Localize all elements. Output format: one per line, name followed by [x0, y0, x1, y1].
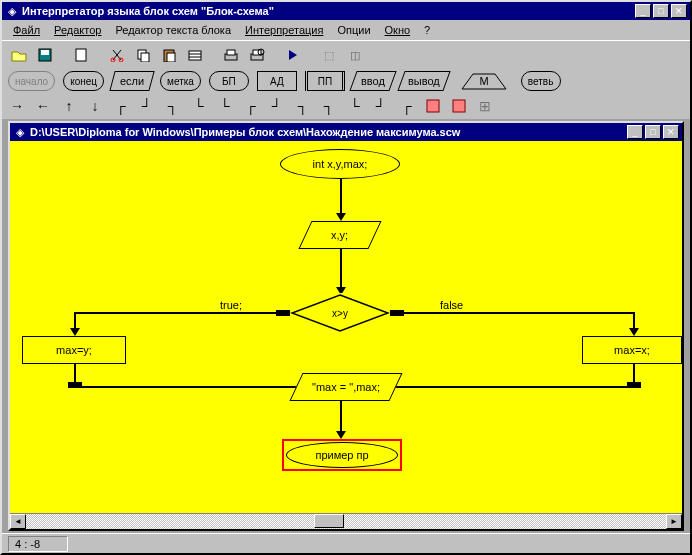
corner-ul-icon[interactable]: ┘	[268, 97, 286, 115]
svg-rect-19	[453, 100, 465, 112]
corner-ur-icon[interactable]: └	[216, 97, 234, 115]
node-input[interactable]: x,y;	[298, 221, 381, 249]
save-icon[interactable]	[34, 44, 56, 66]
label-false: false	[440, 299, 463, 311]
arrow-palette: → ← ↑ ↓ ┌ ┘ ┐ └ └ ┌ ┘ ┐ ┐ └ ┘ ┌ ⊞	[2, 93, 690, 119]
menu-help[interactable]: ?	[417, 21, 437, 39]
shape-label[interactable]: метка	[160, 71, 201, 91]
window-title: Интерпретатор языка блок схем "Блок-схем…	[22, 5, 635, 17]
svg-rect-13	[227, 50, 235, 55]
shape-pp[interactable]: ПП	[305, 71, 345, 91]
mdi-minimize-button[interactable]: _	[627, 125, 643, 139]
corner-rd-icon[interactable]: ┌	[242, 97, 260, 115]
tool-c-icon[interactable]: ⊞	[476, 97, 494, 115]
status-bar: 4 : -8	[2, 533, 690, 553]
mdi-close-button[interactable]: ✕	[663, 125, 679, 139]
minimize-button[interactable]: _	[635, 4, 651, 18]
corner-dr-icon[interactable]: ┌	[112, 97, 130, 115]
svg-rect-2	[76, 49, 86, 61]
svg-rect-8	[167, 53, 175, 62]
svg-rect-1	[41, 50, 49, 55]
properties-icon[interactable]	[184, 44, 206, 66]
main-window: ◈ Интерпретатор языка блок схем "Блок-сх…	[0, 0, 692, 555]
mdi-title: D:\USER\Diploma for Windows\Примеры блок…	[30, 126, 627, 138]
print-preview-icon[interactable]	[246, 44, 268, 66]
corner4-icon[interactable]: ┘	[372, 97, 390, 115]
paste-icon[interactable]	[158, 44, 180, 66]
node-decision[interactable]: x>y	[290, 293, 390, 333]
flowchart-canvas[interactable]: int x,y,max; x,y; x>y true;	[10, 141, 682, 513]
mdi-maximize-button[interactable]: □	[645, 125, 661, 139]
arrow-left-icon[interactable]: ←	[34, 97, 52, 115]
tool-b-icon[interactable]	[450, 97, 468, 115]
shape-if[interactable]: если	[109, 71, 154, 91]
shape-output[interactable]: вывод	[397, 71, 450, 91]
mdi-title-bar[interactable]: ◈ D:\USER\Diploma for Windows\Примеры бл…	[10, 123, 682, 141]
shape-branch[interactable]: ветвь	[521, 71, 561, 91]
open-icon[interactable]	[8, 44, 30, 66]
horizontal-scrollbar[interactable]: ◄ ►	[10, 513, 682, 529]
menu-block-text-editor[interactable]: Редактор текста блока	[108, 21, 238, 39]
menu-editor[interactable]: Редактор	[47, 21, 108, 39]
shape-input[interactable]: ввод	[349, 71, 396, 91]
mdi-icon: ◈	[13, 125, 27, 139]
corner-ld-icon[interactable]: ┐	[294, 97, 312, 115]
arrow-up-icon[interactable]: ↑	[60, 97, 78, 115]
node-process-right[interactable]: max=x;	[582, 336, 682, 364]
corner2-icon[interactable]: ┐	[320, 97, 338, 115]
menu-options[interactable]: Опции	[330, 21, 377, 39]
close-button[interactable]: ✕	[671, 4, 687, 18]
svg-text:М: М	[479, 75, 488, 87]
status-coords: 4 : -8	[8, 536, 68, 552]
corner-dl-icon[interactable]: ┐	[164, 97, 182, 115]
cut-icon[interactable]	[106, 44, 128, 66]
svg-rect-9	[189, 51, 201, 60]
new-icon[interactable]	[70, 44, 92, 66]
node-process-left[interactable]: max=y;	[22, 336, 126, 364]
node-start[interactable]: int x,y,max;	[280, 149, 400, 179]
menu-interpretation[interactable]: Интерпретация	[238, 21, 330, 39]
title-bar[interactable]: ◈ Интерпретатор языка блок схем "Блок-сх…	[2, 2, 690, 20]
scroll-track[interactable]	[26, 514, 666, 529]
shape-start[interactable]: начало	[8, 71, 55, 91]
menu-bar: Файл Редактор Редактор текста блока Инте…	[2, 20, 690, 40]
corner-ru-icon[interactable]: ┘	[138, 97, 156, 115]
copy-icon[interactable]	[132, 44, 154, 66]
svg-rect-6	[141, 53, 149, 62]
arrow-down-icon[interactable]: ↓	[86, 97, 104, 115]
mdi-client: ◈ D:\USER\Diploma for Windows\Примеры бл…	[2, 119, 690, 533]
tool-a-icon[interactable]	[424, 97, 442, 115]
shape-ad[interactable]: АД	[257, 71, 297, 91]
toolbar-main: ⬚ ◫	[2, 40, 690, 69]
svg-rect-18	[427, 100, 439, 112]
corner-lu-icon[interactable]: └	[190, 97, 208, 115]
node-end-highlighted[interactable]: пример пр	[282, 439, 402, 471]
shape-end[interactable]: конец	[63, 71, 104, 91]
menu-window[interactable]: Окно	[378, 21, 418, 39]
tool1-icon[interactable]: ⬚	[318, 44, 340, 66]
corner3-icon[interactable]: └	[346, 97, 364, 115]
mdi-child-window: ◈ D:\USER\Diploma for Windows\Примеры бл…	[8, 121, 684, 531]
corner5-icon[interactable]: ┌	[398, 97, 416, 115]
label-true: true;	[220, 299, 242, 311]
scroll-left-button[interactable]: ◄	[10, 514, 26, 529]
maximize-button[interactable]: □	[653, 4, 669, 18]
scroll-right-button[interactable]: ►	[666, 514, 682, 529]
shape-palette: начало конец если метка БП АД ПП ввод вы…	[2, 69, 690, 93]
print-icon[interactable]	[220, 44, 242, 66]
run-icon[interactable]	[282, 44, 304, 66]
scroll-thumb[interactable]	[314, 514, 344, 528]
shape-m[interactable]: М	[455, 71, 513, 91]
shape-bp[interactable]: БП	[209, 71, 249, 91]
node-output[interactable]: "max = ",max;	[289, 373, 402, 401]
tool2-icon[interactable]: ◫	[344, 44, 366, 66]
arrow-right-icon[interactable]: →	[8, 97, 26, 115]
app-icon: ◈	[5, 4, 19, 18]
menu-file[interactable]: Файл	[6, 21, 47, 39]
